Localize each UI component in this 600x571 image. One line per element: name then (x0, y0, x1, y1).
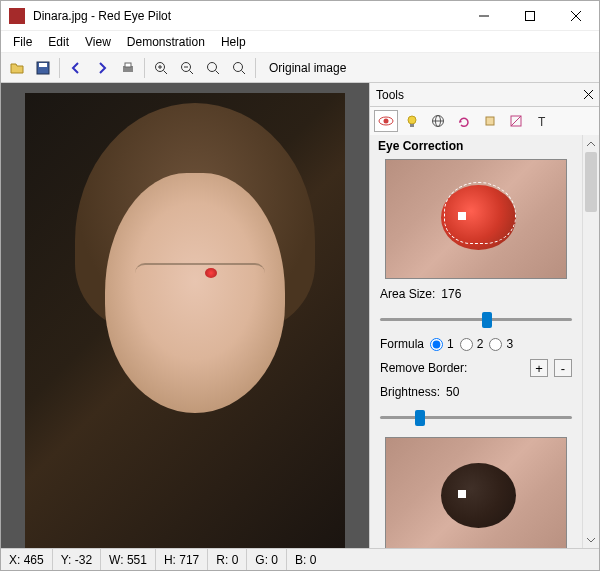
slider-thumb[interactable] (415, 410, 425, 426)
chevron-up-icon (587, 141, 595, 147)
svg-line-30 (511, 116, 521, 126)
lightbulb-icon (405, 114, 419, 128)
zoom-in-icon (153, 60, 169, 76)
image-canvas-area[interactable] (1, 83, 369, 548)
svg-rect-24 (410, 124, 414, 127)
scroll-track[interactable] (583, 152, 599, 531)
svg-rect-28 (486, 117, 494, 125)
minimize-icon (479, 11, 489, 21)
scroll-thumb[interactable] (585, 152, 597, 212)
canvas-image[interactable] (25, 93, 345, 548)
formula-radio-2-input[interactable] (460, 338, 473, 351)
formula-radio-3[interactable]: 3 (489, 337, 513, 351)
slider-track (380, 318, 572, 321)
zoom-in-button[interactable] (149, 56, 173, 80)
image-content (105, 173, 285, 413)
save-button[interactable] (31, 56, 55, 80)
eye-highlight (458, 490, 466, 498)
print-button[interactable] (116, 56, 140, 80)
formula-row: Formula 1 2 3 (378, 333, 574, 355)
main-area: Tools T Eye Correction (1, 83, 599, 548)
formula-radio-1[interactable]: 1 (430, 337, 454, 351)
maximize-icon (525, 11, 535, 21)
svg-point-17 (234, 62, 243, 71)
tools-scrollbar[interactable] (582, 135, 599, 548)
globe-icon (431, 114, 445, 128)
menu-file[interactable]: File (5, 33, 40, 51)
formula-label: Formula (380, 337, 424, 351)
eye-preview-iris-fixed (441, 463, 516, 528)
save-icon (35, 60, 51, 76)
brightness-slider[interactable] (380, 407, 572, 427)
menu-edit[interactable]: Edit (40, 33, 77, 51)
open-button[interactable] (5, 56, 29, 80)
back-button[interactable] (64, 56, 88, 80)
zoom-out-button[interactable] (175, 56, 199, 80)
tab-eye-correction[interactable] (374, 110, 398, 132)
original-image-button[interactable]: Original image (260, 57, 355, 79)
tools-panel-header: Tools (370, 83, 599, 107)
formula-1-label: 1 (447, 337, 454, 351)
toolbar-separator (59, 58, 60, 78)
svg-point-15 (208, 62, 217, 71)
formula-radio-2[interactable]: 2 (460, 337, 484, 351)
eye-preview-before[interactable] (385, 159, 567, 279)
formula-radio-3-input[interactable] (489, 338, 502, 351)
svg-line-9 (164, 70, 168, 74)
chevron-down-icon (587, 537, 595, 543)
rotate-icon (457, 114, 471, 128)
tools-panel-content: Eye Correction Area Size: 176 (370, 135, 599, 548)
menu-demonstration[interactable]: Demonstration (119, 33, 213, 51)
tab-resize[interactable] (504, 110, 528, 132)
app-icon (9, 8, 25, 24)
remove-border-plus[interactable]: + (530, 359, 548, 377)
statusbar: X: 465 Y: -32 W: 551 H: 717 R: 0 G: 0 B:… (1, 548, 599, 570)
area-size-value: 176 (441, 287, 461, 301)
toolbar-separator (144, 58, 145, 78)
svg-text:T: T (538, 115, 546, 128)
slider-track (380, 416, 572, 419)
forward-button[interactable] (90, 56, 114, 80)
tab-globe[interactable] (426, 110, 450, 132)
tab-rotate[interactable] (452, 110, 476, 132)
tools-panel-close[interactable] (584, 90, 593, 99)
menu-view[interactable]: View (77, 33, 119, 51)
eye-preview-after[interactable] (385, 437, 567, 548)
maximize-button[interactable] (507, 1, 553, 31)
tools-panel: Tools T Eye Correction (369, 83, 599, 548)
status-y: Y: -32 (53, 549, 101, 570)
area-size-slider[interactable] (380, 309, 572, 329)
brightness-value: 50 (446, 385, 459, 399)
menu-help[interactable]: Help (213, 33, 254, 51)
minimize-button[interactable] (461, 1, 507, 31)
tab-crop[interactable] (478, 110, 502, 132)
scroll-down-button[interactable] (583, 531, 599, 548)
print-icon (120, 60, 136, 76)
slider-thumb[interactable] (482, 312, 492, 328)
close-button[interactable] (553, 1, 599, 31)
zoom-fit-icon (205, 60, 221, 76)
svg-line-18 (242, 70, 246, 74)
red-eye-marker (205, 268, 217, 278)
tab-lightbulb[interactable] (400, 110, 424, 132)
status-w: W: 551 (101, 549, 156, 570)
svg-rect-5 (39, 63, 47, 67)
zoom-actual-button[interactable] (227, 56, 251, 80)
scroll-up-button[interactable] (583, 135, 599, 152)
svg-point-22 (384, 119, 389, 124)
arrow-right-icon (94, 60, 110, 76)
status-b: B: 0 (287, 549, 324, 570)
zoom-fit-button[interactable] (201, 56, 225, 80)
tab-text[interactable]: T (530, 110, 554, 132)
svg-line-13 (190, 70, 194, 74)
area-size-row: Area Size: 176 (378, 283, 574, 305)
window-title: Dinara.jpg - Red Eye Pilot (33, 9, 461, 23)
tools-tabstrip: T (370, 107, 599, 135)
toolbar: Original image (1, 53, 599, 83)
formula-radio-1-input[interactable] (430, 338, 443, 351)
tools-panel-title: Tools (376, 88, 404, 102)
remove-border-minus[interactable]: - (554, 359, 572, 377)
status-x: X: 465 (1, 549, 53, 570)
status-r: R: 0 (208, 549, 247, 570)
titlebar: Dinara.jpg - Red Eye Pilot (1, 1, 599, 31)
